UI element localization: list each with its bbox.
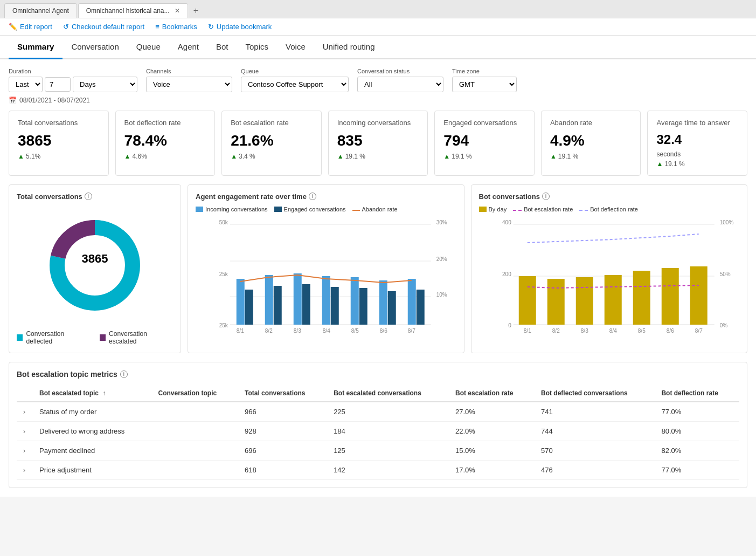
edit-report-button[interactable]: ✏️ Edit report [9, 23, 52, 31]
info-icon[interactable]: i [85, 193, 92, 200]
cell-topic: Price adjustment [33, 460, 151, 479]
svg-rect-16 [265, 275, 273, 325]
close-icon[interactable]: ✕ [175, 7, 180, 15]
col-total-conversations: Total conversations [238, 385, 327, 402]
svg-text:3865: 3865 [82, 252, 108, 265]
tab-voice[interactable]: Voice [277, 36, 314, 59]
duration-value-input[interactable] [45, 77, 71, 92]
deflection-line-color [579, 210, 588, 211]
cell-deflection-rate: 77.0% [655, 402, 739, 422]
conv-status-select[interactable]: All [357, 77, 443, 92]
svg-rect-22 [351, 277, 359, 325]
cell-escalated: 142 [327, 460, 449, 479]
info-icon[interactable]: i [542, 193, 550, 200]
svg-rect-46 [575, 277, 593, 325]
date-range: 📅 08/01/2021 - 08/07/2021 [9, 97, 747, 104]
svg-rect-15 [245, 290, 253, 325]
cell-conv-topic [151, 421, 238, 441]
svg-rect-24 [379, 280, 387, 325]
expand-button[interactable]: › [23, 447, 25, 455]
svg-rect-21 [331, 287, 339, 325]
channels-select[interactable]: Voice [146, 77, 232, 92]
info-icon[interactable]: i [309, 193, 316, 200]
add-tab-button[interactable]: + [189, 4, 203, 18]
svg-text:25k: 25k [219, 322, 228, 328]
escalated-color [100, 334, 106, 341]
cell-escalation-rate: 22.0% [449, 421, 535, 441]
tab-omnichannel-historical[interactable]: Omnichannel historical ana... ✕ [78, 3, 188, 18]
tab-unified-routing[interactable]: Unified routing [314, 36, 384, 59]
duration-filter: Duration Last Days [9, 68, 137, 92]
bookmarks-icon: ≡ [155, 23, 159, 31]
calendar-icon: 📅 [9, 97, 17, 104]
cell-escalation-rate: 15.0% [449, 441, 535, 460]
svg-rect-25 [388, 291, 396, 325]
svg-rect-48 [633, 271, 650, 325]
trend-up-icon: ▲ [124, 153, 131, 160]
timezone-select[interactable]: GMT [452, 77, 517, 92]
queue-select[interactable]: Contoso Coffee Support [241, 77, 349, 92]
deflected-color [17, 334, 23, 341]
trend-up-icon: ▲ [18, 153, 24, 160]
svg-text:0%: 0% [719, 322, 727, 328]
timezone-label: Time zone [452, 68, 517, 74]
tab-queue[interactable]: Queue [128, 36, 169, 59]
cell-total: 618 [238, 460, 327, 479]
expand-button[interactable]: › [23, 466, 25, 474]
tab-summary[interactable]: Summary [9, 36, 63, 59]
kpi-row: Total conversations 3865 ▲ 5.1% Bot defl… [9, 111, 747, 176]
svg-text:200: 200 [502, 271, 511, 277]
legend-abandon: Abandon rate [352, 206, 398, 212]
tab-conversation[interactable]: Conversation [63, 36, 127, 59]
queue-label: Queue [241, 68, 349, 74]
table-body: › Status of my order 966 225 27.0% 741 7… [17, 402, 739, 480]
tab-omnichannel-agent[interactable]: Omnichannel Agent [4, 3, 77, 18]
bot-conversations-svg: 400 200 0 100% 50% 0% [479, 217, 740, 335]
by-day-color [479, 207, 487, 212]
tab-agent[interactable]: Agent [169, 36, 207, 59]
trend-up-icon: ▲ [337, 153, 344, 160]
tab-bot[interactable]: Bot [207, 36, 237, 59]
escalation-table: Bot escalated topic ↑ Conversation topic… [17, 385, 739, 480]
svg-text:25k: 25k [219, 271, 228, 277]
tab-topics[interactable]: Topics [237, 36, 278, 59]
bookmarks-button[interactable]: ≡ Bookmarks [155, 23, 197, 31]
bot-conversations-legend: By day Bot escalation rate Bot deflectio… [479, 206, 740, 212]
total-conversations-chart: Total conversations i 3865 Co [9, 184, 181, 353]
legend-deflection-rate: Bot deflection rate [579, 206, 638, 212]
cell-deflected: 744 [535, 421, 655, 441]
svg-rect-14 [237, 279, 245, 325]
toolbar: ✏️ Edit report ↺ Checkout default report… [0, 18, 756, 36]
cell-escalation-rate: 27.0% [449, 402, 535, 422]
trend-up-icon: ▲ [550, 153, 557, 160]
legend-escalation-rate: Bot escalation rate [513, 206, 573, 212]
agent-engagement-legend: Incoming conversations Engaged conversat… [196, 206, 456, 212]
trend-up-icon: ▲ [231, 153, 237, 160]
legend-engaged: Engaged conversations [274, 206, 346, 212]
svg-rect-47 [604, 275, 621, 325]
donut-chart: 3865 [17, 211, 173, 319]
donut-svg: 3865 [41, 211, 149, 319]
filters-row: Duration Last Days Channels Voice Queue … [9, 68, 747, 92]
cell-deflection-rate: 80.0% [655, 421, 739, 441]
checkout-icon: ↺ [63, 23, 69, 31]
expand-button[interactable]: › [23, 408, 25, 416]
sort-icon: ↑ [102, 389, 106, 397]
col-bot-escalated-topic[interactable]: Bot escalated topic ↑ [33, 385, 151, 402]
conv-status-label: Conversation status [357, 68, 443, 74]
engaged-color [274, 207, 282, 212]
update-bookmark-button[interactable]: ↻ Update bookmark [208, 23, 272, 31]
duration-unit-select[interactable]: Days [73, 77, 137, 92]
kpi-value-unit: seconds [656, 150, 738, 158]
table-header: Bot escalated topic ↑ Conversation topic… [17, 385, 739, 402]
legend-incoming: Incoming conversations [196, 206, 268, 212]
queue-filter: Queue Contoso Coffee Support [241, 68, 349, 92]
info-icon[interactable]: i [120, 370, 128, 378]
cell-conv-topic [151, 441, 238, 460]
kpi-avg-time-to-answer: Average time to answer 32.4 seconds ▲ 19… [647, 111, 747, 176]
kpi-engaged-conversations: Engaged conversations 794 ▲ 19.1 % [434, 111, 535, 176]
duration-preset-select[interactable]: Last [9, 77, 43, 92]
checkout-default-button[interactable]: ↺ Checkout default report [63, 23, 144, 31]
col-bot-deflected-conversations: Bot deflected conversations [535, 385, 655, 402]
expand-button[interactable]: › [23, 428, 25, 435]
